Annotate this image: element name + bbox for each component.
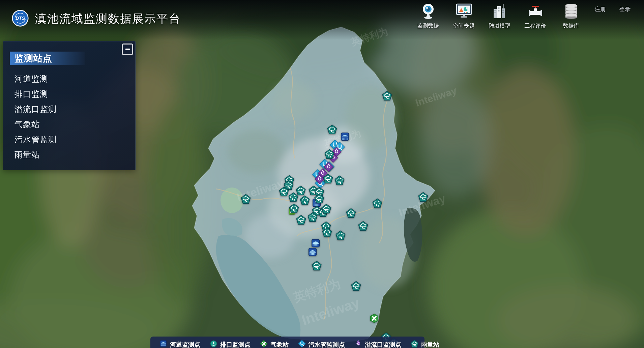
nav-item-label: 陆域模型 [489, 23, 510, 30]
legend-item-label: 气象站 [270, 341, 289, 348]
nav-item-label: 空间专题 [453, 23, 475, 30]
legend-item-label: 雨量站 [421, 341, 439, 348]
legend-item-overflow[interactable]: 溢流口监测点 [354, 340, 401, 348]
rain-station-marker[interactable] [308, 212, 318, 224]
login-label[interactable]: 登录 [619, 5, 631, 13]
rain-station-marker[interactable] [322, 227, 332, 239]
panel-menu: 河道监测排口监测溢流口监测气象站污水管监测雨量站 [3, 71, 135, 162]
nav-item-label: 监测数据 [417, 23, 439, 30]
river-monitor-marker[interactable] [308, 247, 318, 259]
legend-item-outfall[interactable]: 排口监测点 [209, 340, 251, 348]
weather-icon [260, 340, 268, 348]
sewer-icon [298, 340, 306, 348]
monitoring-stations-panel: 监测站点 河道监测排口监测溢流口监测气象站污水管监测雨量站 [3, 41, 136, 170]
weather-station-marker[interactable] [369, 313, 380, 325]
app-logo-icon: DTS [11, 9, 29, 28]
login-link[interactable]: 登录 [619, 5, 631, 13]
minimize-icon [125, 49, 130, 50]
legend-item-label: 污水管监测点 [309, 341, 345, 348]
rain-station-marker[interactable] [279, 186, 289, 198]
app-brand: DTS 滇池流域监测数据展示平台 [11, 9, 181, 28]
rain-station-marker[interactable] [358, 221, 369, 233]
nav-item-5[interactable]: 数据库 [556, 2, 586, 30]
sidebar-item-6[interactable]: 雨量站 [3, 147, 135, 162]
nav-item-4[interactable]: 工程评价 [520, 2, 551, 30]
legend-item-label: 溢流口监测点 [365, 341, 401, 348]
monitor-chart-icon [455, 2, 473, 22]
rain-station-marker[interactable] [241, 194, 251, 206]
sidebar-item-3[interactable]: 溢流口监测 [3, 102, 135, 117]
rain-station-marker[interactable] [324, 149, 335, 161]
panel-collapse-button[interactable] [122, 44, 133, 55]
nav-item-3[interactable]: 陆域模型 [484, 2, 515, 30]
sidebar-item-4[interactable]: 气象站 [3, 117, 135, 132]
nav-item-2[interactable]: 空间专题 [448, 2, 479, 30]
rain-station-marker[interactable] [418, 192, 429, 204]
rain-station-marker[interactable] [351, 281, 361, 293]
register-link[interactable]: 注册 [594, 5, 606, 13]
nav-item-label: 数据库 [563, 23, 579, 30]
rain-station-marker[interactable] [346, 208, 356, 220]
sidebar-item-2[interactable]: 排口监测 [3, 86, 135, 102]
rain-station-marker[interactable] [321, 204, 332, 215]
legend-item-weather[interactable]: 气象站 [260, 340, 289, 348]
rain-station-marker[interactable] [296, 215, 306, 227]
panel-header-monitoring-stations[interactable]: 监测站点 [10, 52, 85, 65]
nav-item-label: 工程评价 [525, 23, 546, 30]
rain-station-marker[interactable] [372, 198, 383, 210]
rain-station-marker[interactable] [334, 175, 345, 187]
svg-text:DTS: DTS [16, 16, 25, 21]
top-nav: 监测数据 空间专题 陆域模型 [413, 2, 586, 30]
rain-station-marker[interactable] [323, 174, 333, 185]
sidebar-item-1[interactable]: 河道监测 [3, 71, 135, 86]
database-icon [562, 2, 581, 22]
rain-station-marker[interactable] [382, 91, 392, 103]
rain-station-marker[interactable] [327, 124, 338, 136]
buildings-icon [490, 2, 509, 22]
legend-item-sewer[interactable]: 污水管监测点 [298, 340, 345, 348]
overflow-icon [354, 340, 362, 348]
small-lake [221, 187, 243, 213]
sidebar-item-5[interactable]: 污水管监测 [3, 132, 135, 147]
legend-item-label: 排口监测点 [220, 341, 251, 348]
legend-item-river[interactable]: 河道监测点 [159, 340, 200, 348]
rain-station-marker[interactable] [335, 230, 346, 242]
legend-item-rain[interactable]: 雨量站 [410, 340, 439, 348]
rain-station-marker[interactable] [312, 261, 322, 272]
rain-station-marker[interactable] [288, 192, 299, 204]
page-title: 滇池流域监测数据展示平台 [35, 11, 181, 27]
rain-station-marker[interactable] [300, 195, 310, 207]
register-label[interactable]: 注册 [594, 5, 606, 13]
nav-item-1[interactable]: 监测数据 [413, 2, 443, 30]
river-icon [159, 340, 168, 348]
webcam-icon [419, 2, 438, 22]
pipe-valve-icon [526, 2, 545, 22]
rain-station-marker[interactable] [289, 203, 299, 215]
outfall-icon [209, 340, 218, 348]
legend-item-label: 河道监测点 [170, 341, 200, 348]
rain-icon [410, 340, 419, 348]
map-legend-bar: 河道监测点 排口监测点 气象站 污水管监测点 溢流口监测点 雨量站 [150, 337, 425, 348]
